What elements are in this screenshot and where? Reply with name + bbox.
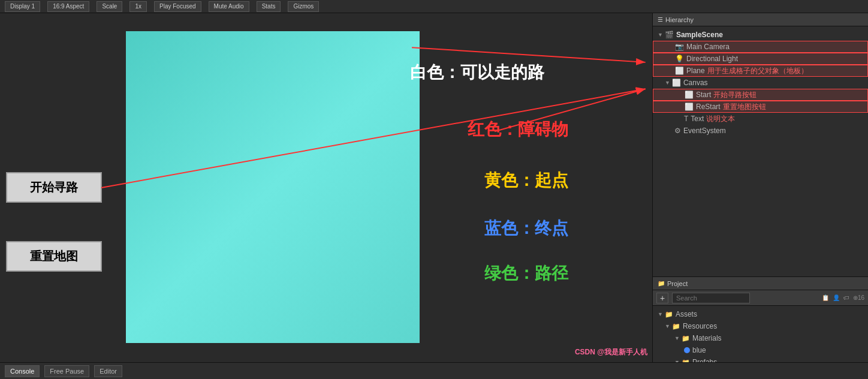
hierarchy-restart[interactable]: ⬜ ReStart 重置地图按钮 <box>653 101 868 113</box>
gizmos-btn[interactable]: Gizmos <box>288 1 319 12</box>
game-panel: 开始寻路 重置地图 白色：可以走的路 红色：障碍物 黄色：起点 蓝色：终点 绿色… <box>0 13 652 362</box>
zoom-btn[interactable]: 1x <box>129 1 147 12</box>
project-title: Project <box>667 280 688 287</box>
text-label: Text <box>691 115 704 123</box>
blue-material-label: blue <box>692 346 706 354</box>
project-search-input[interactable] <box>672 293 750 303</box>
hierarchy-plane[interactable]: ⬜ Plane 用于生成格子的父对象（地板） <box>653 65 868 77</box>
prefabs-label: Prefabs <box>692 358 717 362</box>
white-label: 白色：可以走的路 <box>410 61 544 84</box>
hierarchy-header-icon: ☰ <box>658 16 663 23</box>
top-toolbar: Display 1 16:9 Aspect Scale 1x Play Focu… <box>0 0 868 13</box>
scale-btn[interactable]: Scale <box>97 1 122 12</box>
project-toolbar: + 📋 👤 🏷 ⊕16 <box>653 290 868 306</box>
project-add-button[interactable]: + <box>656 293 668 303</box>
canvas-arrow-icon: ▼ <box>665 80 670 86</box>
hierarchy-canvas[interactable]: ▼ ⬜ Canvas <box>653 77 868 89</box>
eventsystem-icon: ⚙ <box>674 127 681 135</box>
project-blue-material[interactable]: blue <box>653 344 868 356</box>
resources-arrow-icon: ▼ <box>665 323 670 329</box>
hierarchy-title: Hierarchy <box>665 16 694 23</box>
hierarchy-content: ▼ 🎬 SampleScene 📷 Main Camera 💡 Directio… <box>653 26 868 139</box>
main-camera-label: Main Camera <box>686 43 730 51</box>
free-pause-tab[interactable]: Free Pause <box>44 365 89 377</box>
red-label: 红色：障碍物 <box>468 118 568 141</box>
right-panel: ☰ Hierarchy ▼ 🎬 SampleScene 📷 Main Camer… <box>652 13 868 362</box>
project-resources[interactable]: ▼ 📁 Resources <box>653 320 868 332</box>
project-content: ▼ 📁 Assets ▼ 📁 Resources ▼ 📁 Materials <box>653 306 868 362</box>
project-header: 📁 Project <box>653 277 868 290</box>
project-assets[interactable]: ▼ 📁 Assets <box>653 308 868 320</box>
console-tab[interactable]: Console <box>5 365 40 377</box>
mute-audio-btn[interactable]: Mute Audio <box>209 1 249 12</box>
canvas-label: Canvas <box>683 79 708 87</box>
bottom-bar: Console Free Pause Editor <box>0 362 868 379</box>
materials-label: Materials <box>692 334 722 342</box>
start-obj-icon: ⬜ <box>685 91 694 99</box>
play-focused-btn[interactable]: Play Focused <box>154 1 201 12</box>
project-materials[interactable]: ▼ 📁 Materials <box>653 332 868 344</box>
materials-arrow-icon: ▼ <box>674 335 680 341</box>
canvas-icon: ⬜ <box>672 79 681 87</box>
assets-label: Assets <box>676 310 697 318</box>
hierarchy-main-camera[interactable]: 📷 Main Camera <box>653 41 868 53</box>
blue-label: 蓝色：终点 <box>484 217 568 240</box>
blue-material-dot <box>684 347 690 353</box>
project-panel: 📁 Project + 📋 👤 🏷 ⊕16 ▼ 📁 Assets <box>653 277 868 362</box>
reset-map-button[interactable]: 重置地图 <box>6 241 102 272</box>
hierarchy-start[interactable]: ⬜ Start 开始寻路按钮 <box>653 89 868 101</box>
hierarchy-text[interactable]: T Text 说明文本 <box>653 113 868 125</box>
start-pathfinding-button[interactable]: 开始寻路 <box>6 172 102 203</box>
plane-label: Plane <box>686 67 705 75</box>
hierarchy-panel: ☰ Hierarchy ▼ 🎬 SampleScene 📷 Main Camer… <box>653 13 868 277</box>
project-prefabs[interactable]: ▼ 📁 Prefabs <box>653 356 868 362</box>
resources-folder-icon: 📁 <box>672 323 680 330</box>
restart-label: ReStart <box>696 103 721 111</box>
scene-icon: 🎬 <box>665 31 674 39</box>
eventsystem-label: EventSystem <box>683 127 726 135</box>
restart-obj-icon: ⬜ <box>685 103 694 111</box>
hierarchy-header: ☰ Hierarchy <box>653 13 868 26</box>
scene-name: SampleScene <box>676 31 723 39</box>
plane-icon: ⬜ <box>675 67 684 75</box>
hierarchy-eventsystem[interactable]: ⚙ EventSystem <box>653 125 868 137</box>
scene-arrow-icon: ▼ <box>658 32 663 38</box>
assets-arrow-icon: ▼ <box>658 311 663 317</box>
hierarchy-directional-light[interactable]: 💡 Directional Light <box>653 53 868 65</box>
plane-red-annotation: 用于生成格子的父对象（地板） <box>707 66 808 76</box>
editor-tab[interactable]: Editor <box>94 365 122 377</box>
project-icon-3: 🏷 <box>843 294 849 301</box>
project-count-label: ⊕16 <box>853 294 864 301</box>
project-icon-1: 📋 <box>822 294 829 301</box>
assets-folder-icon: 📁 <box>665 311 673 318</box>
svg-line-1 <box>412 47 646 62</box>
project-icon-2: 👤 <box>833 294 840 301</box>
yellow-label: 黄色：起点 <box>484 169 568 192</box>
resources-label: Resources <box>683 322 717 330</box>
aspect-btn[interactable]: 16:9 Aspect <box>47 1 89 12</box>
text-obj-icon: T <box>684 115 688 123</box>
game-canvas <box>126 31 420 343</box>
main-area: 开始寻路 重置地图 白色：可以走的路 红色：障碍物 黄色：起点 蓝色：终点 绿色… <box>0 13 868 362</box>
start-label: Start <box>696 91 711 99</box>
restart-red-annotation: 重置地图按钮 <box>723 102 766 112</box>
materials-folder-icon: 📁 <box>682 335 690 342</box>
light-icon: 💡 <box>675 55 684 63</box>
watermark: CSDN @我是新手人机 <box>575 347 647 357</box>
green-label: 绿色：路径 <box>484 262 568 285</box>
project-header-icon: 📁 <box>658 280 665 287</box>
text-red-annotation: 说明文本 <box>706 114 735 124</box>
stats-btn[interactable]: Stats <box>257 1 281 12</box>
game-viewport: 开始寻路 重置地图 白色：可以走的路 红色：障碍物 黄色：起点 蓝色：终点 绿色… <box>0 13 652 362</box>
hierarchy-scene[interactable]: ▼ 🎬 SampleScene <box>653 29 868 41</box>
directional-light-label: Directional Light <box>686 55 738 63</box>
camera-icon: 📷 <box>675 43 684 51</box>
display-btn[interactable]: Display 1 <box>5 1 40 12</box>
start-red-annotation: 开始寻路按钮 <box>713 90 757 100</box>
